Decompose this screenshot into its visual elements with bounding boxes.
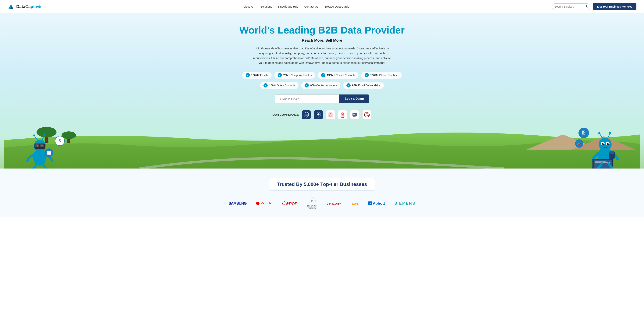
svg-point-33: [33, 134, 35, 136]
check-icon: ✓: [364, 73, 369, 77]
svg-point-39: [599, 138, 612, 151]
svg-point-49: [609, 132, 612, 134]
brand-samsung: SAMSUNG: [228, 201, 246, 206]
brand-aws: aws: [352, 201, 359, 206]
svg-point-44: [603, 143, 604, 144]
stats-row-2: ✓ 100% Opt-in Contacts ✓ 95% Contact Acc…: [4, 82, 640, 89]
landscape-svg: [4, 125, 640, 168]
pecr-badge: PECR: [350, 110, 359, 119]
svg-point-18: [364, 112, 369, 117]
check-icon: ✓: [246, 73, 250, 77]
svg-point-36: [36, 145, 38, 146]
svg-text:CAN-SPAM: CAN-SPAM: [364, 115, 370, 116]
stat-company-text: 75M+ Company Profiles: [283, 74, 312, 77]
brand-siemens: SIEMENS: [394, 201, 416, 206]
brand-verizon: verizon✓: [327, 201, 342, 206]
nav-item-contact[interactable]: Contact Us: [304, 5, 318, 8]
search-input[interactable]: [554, 5, 583, 8]
hero-subtitle: Reach More, Sell More: [4, 38, 640, 42]
stat-deliverability: ✓ 85% Email Deliverability: [343, 82, 384, 89]
check-icon: ✓: [278, 73, 282, 77]
stat-optin: ✓ 100% Opt-in Contacts: [260, 82, 299, 89]
can-spam-badge: USA CAN-SPAM: [362, 110, 372, 119]
check-icon: ✓: [321, 73, 325, 77]
svg-point-47: [598, 132, 600, 134]
svg-rect-15: [353, 114, 356, 114]
brands-row: SAMSUNG Red Hat Canon M MORNINGSHERPA ve…: [8, 198, 636, 210]
svg-rect-16: [353, 114, 355, 115]
list-business-button[interactable]: List Your Business For Free: [593, 3, 636, 10]
stat-clevel-text: 133M+ C-level Contacts: [327, 74, 355, 77]
stat-emails: ✓ 180M+ Emails: [242, 72, 272, 79]
search-icon: [584, 5, 588, 8]
brand-redhat: Red Hat: [256, 202, 272, 205]
svg-text:🍁: 🍁: [330, 112, 332, 114]
svg-text:PIPA: PIPA: [341, 117, 344, 118]
search-box[interactable]: [552, 4, 590, 10]
nav-item-browse[interactable]: Browse Data Cards: [324, 5, 349, 8]
stat-accuracy: ✓ 95% Contact Accuracy: [301, 82, 340, 89]
stats-row-1: ✓ 180M+ Emails ✓ 75M+ Company Profiles ✓…: [4, 72, 640, 79]
svg-text:GDPR: GDPR: [304, 114, 308, 116]
casl-badge: 🍁 CASL: [326, 110, 335, 119]
check-icon: ✓: [304, 83, 309, 88]
hero-description: Join thousands of businesses that trust …: [252, 46, 392, 65]
logo-icon: [8, 3, 15, 10]
svg-text:PECR: PECR: [353, 116, 356, 118]
brand-morning: M MORNINGSHERPA: [307, 198, 317, 210]
check-icon: ✓: [346, 83, 350, 88]
brand-abbott: a Abbott: [368, 201, 385, 206]
brand-canon: Canon: [282, 200, 298, 206]
svg-rect-57: [610, 152, 614, 154]
hero-section: World's Leading B2B Data Provider Reach …: [0, 13, 644, 168]
ccpa-badge: ★: [314, 110, 323, 119]
svg-point-12: [342, 113, 343, 114]
stat-clevel: ✓ 133M+ C-level Contacts: [318, 72, 359, 79]
nav-links: Discover Solutions Knowledge Hub Contact…: [244, 5, 349, 8]
megaphone-float-icon: 📣: [575, 139, 584, 148]
stat-phone: ✓ 130M+ Phone Numbers: [361, 72, 402, 79]
nav-item-solutions[interactable]: Solutions: [260, 5, 272, 8]
svg-point-35: [44, 134, 46, 136]
logo[interactable]: DataCaptivẽ: [8, 3, 41, 10]
trusted-box: Trusted By 5,000+ Top-tier Businesses: [269, 178, 375, 191]
logo-text: DataCaptivẽ: [16, 4, 41, 9]
ant-right: [587, 129, 625, 168]
hero-title: World's Leading B2B Data Provider: [4, 24, 640, 36]
check-icon: ✓: [264, 83, 268, 88]
trusted-section: Trusted By 5,000+ Top-tier Businesses SA…: [0, 168, 644, 217]
stat-phone-text: 130M+ Phone Numbers: [370, 74, 398, 77]
svg-point-37: [41, 145, 43, 146]
svg-text:USA: USA: [366, 113, 368, 114]
stat-company: ✓ 75M+ Company Profiles: [274, 72, 315, 79]
svg-text:CASL: CASL: [329, 115, 332, 117]
stat-optin-text: 100% Opt-in Contacts: [269, 84, 295, 87]
svg-rect-53: [595, 161, 606, 162]
compliance-row: OUR COMPLIANCE GDPR ★ 🍁 CASL: [4, 110, 640, 119]
email-cta: Book a Demo: [4, 94, 640, 104]
svg-line-4: [586, 7, 587, 8]
pipa-badge: PIPA: [338, 110, 347, 119]
book-demo-button[interactable]: Book a Demo: [339, 94, 369, 104]
chart-float-icon: 📊: [44, 148, 53, 157]
trusted-heading: Trusted By 5,000+ Top-tier Businesses: [277, 182, 367, 187]
email-input[interactable]: [275, 94, 339, 104]
nav-item-discover[interactable]: Discover: [244, 5, 254, 8]
svg-point-45: [608, 143, 608, 144]
stat-deliverability-text: 85% Email Deliverability: [352, 84, 380, 87]
nav-item-knowledge[interactable]: Knowledge Hub: [278, 5, 298, 8]
navbar: DataCaptivẽ Discover Solutions Knowledg…: [0, 0, 644, 13]
stat-emails-text: 180M+ Emails: [251, 74, 268, 77]
dollar-float-icon: $: [55, 136, 65, 146]
compliance-label: OUR COMPLIANCE: [272, 113, 299, 116]
nav-right: List Your Business For Free: [552, 3, 636, 10]
gdpr-badge: GDPR: [302, 110, 311, 119]
hero-landscape: $ 📊 🗄 📣: [4, 125, 640, 168]
stat-accuracy-text: 95% Contact Accuracy: [310, 84, 337, 87]
